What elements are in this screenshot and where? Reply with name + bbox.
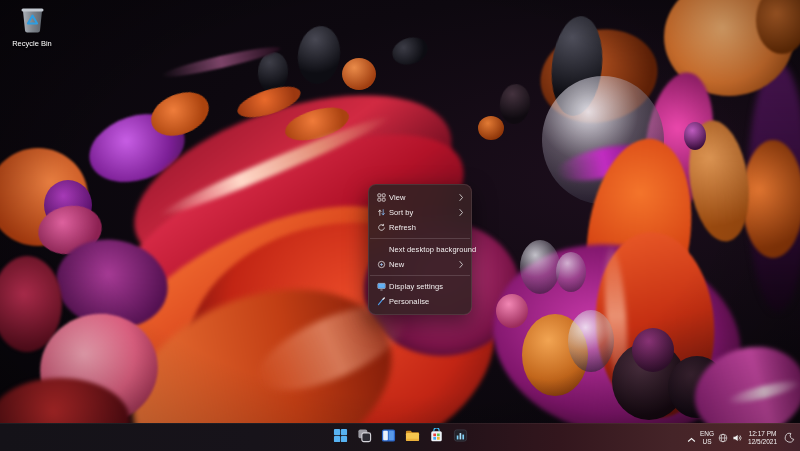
context-menu-item-view[interactable]: View	[369, 190, 471, 205]
tray-chevron-up-button[interactable]	[685, 424, 698, 451]
chevron-right-icon	[458, 208, 464, 217]
taskbar-start-button[interactable]	[328, 424, 352, 451]
menu-separator	[370, 275, 470, 276]
context-menu-item-display-settings[interactable]: Display settings	[369, 279, 471, 294]
taskbar-task-view-button[interactable]	[352, 424, 376, 451]
sort-icon	[376, 208, 386, 218]
recycle-bin-glyph-icon	[19, 5, 46, 38]
context-menu-item-refresh[interactable]: Refresh	[369, 220, 471, 235]
personalise-brush-icon	[376, 297, 386, 307]
microsoft-store-icon	[429, 428, 444, 447]
menu-separator	[370, 238, 470, 239]
menu-item-label: Refresh	[389, 223, 416, 232]
recycle-bin-label: Recycle Bin	[12, 39, 52, 48]
language-region: US	[703, 438, 712, 446]
language-code: ENG	[700, 430, 714, 438]
wallpaper-blob	[496, 294, 528, 328]
clock-time: 12:17 PM	[749, 430, 777, 438]
menu-item-label: Sort by	[389, 208, 413, 217]
taskbar-widgets-button[interactable]	[376, 424, 400, 451]
tray-focus-assist-button[interactable]	[782, 424, 797, 451]
taskbar-file-explorer-button[interactable]	[400, 424, 424, 451]
system-tray: ENG US 12:17 PM 12/5/2021	[685, 424, 797, 451]
chevron-right-icon	[458, 193, 464, 202]
chevron-up-icon	[687, 429, 696, 447]
refresh-icon	[376, 223, 386, 233]
new-plus-icon	[376, 260, 386, 270]
display-settings-icon	[376, 282, 386, 292]
moon-icon	[784, 429, 795, 447]
wallpaper-blob	[294, 23, 344, 86]
tray-network-button[interactable]	[716, 424, 730, 451]
wallpaper-blob	[478, 116, 504, 140]
tray-language-button[interactable]: ENG US	[698, 424, 716, 451]
wallpaper-blob	[632, 328, 674, 372]
task-manager-icon	[453, 428, 468, 447]
clock-date: 12/5/2021	[748, 438, 777, 446]
wallpaper-blob	[556, 252, 586, 292]
menu-item-label: Next desktop background	[389, 245, 476, 254]
wallpaper-blob	[742, 140, 800, 258]
recycle-bin-icon[interactable]: Recycle Bin	[8, 5, 56, 48]
wallpaper-blob	[684, 122, 706, 150]
desktop-context-menu: ViewSort byRefreshNext desktop backgroun…	[368, 184, 472, 315]
file-explorer-icon	[405, 428, 420, 447]
menu-item-label: Display settings	[389, 282, 443, 291]
taskbar-task-manager-button[interactable]	[448, 424, 472, 451]
windows-logo-icon	[333, 428, 348, 447]
network-globe-icon	[718, 429, 728, 447]
taskbar-app-icons	[328, 424, 472, 451]
tray-volume-button[interactable]	[730, 424, 744, 451]
wallpaper-blob	[342, 58, 376, 90]
view-grid-icon	[376, 193, 386, 203]
task-view-icon	[357, 428, 372, 447]
menu-item-label: New	[389, 260, 404, 269]
wallpaper-blob	[498, 83, 532, 126]
context-menu-item-next-desktop-background[interactable]: Next desktop background	[369, 242, 471, 257]
taskbar: ENG US 12:17 PM 12/5/2021	[0, 423, 800, 451]
wallpaper-blob	[568, 310, 614, 372]
context-menu-item-personalise[interactable]: Personalise	[369, 294, 471, 309]
context-menu-item-new[interactable]: New	[369, 257, 471, 272]
speaker-icon	[732, 429, 742, 447]
menu-item-icon-placeholder	[376, 245, 386, 255]
widgets-icon	[381, 428, 396, 447]
menu-item-label: Personalise	[389, 297, 429, 306]
desktop: Recycle Bin ViewSort byRefreshNext deskt…	[0, 0, 800, 451]
menu-item-label: View	[389, 193, 406, 202]
wallpaper-blob	[520, 240, 560, 294]
tray-clock-button[interactable]: 12:17 PM 12/5/2021	[746, 424, 779, 451]
chevron-right-icon	[458, 260, 464, 269]
taskbar-microsoft-store-button[interactable]	[424, 424, 448, 451]
context-menu-item-sort-by[interactable]: Sort by	[369, 205, 471, 220]
wallpaper-blob	[389, 33, 431, 69]
